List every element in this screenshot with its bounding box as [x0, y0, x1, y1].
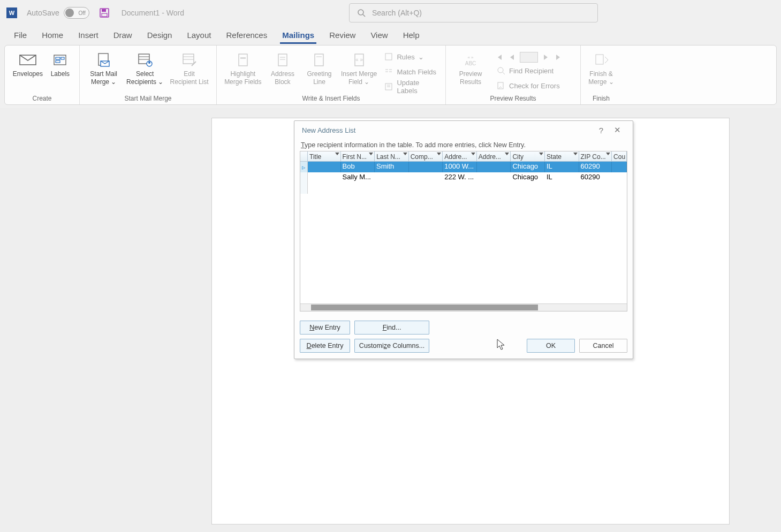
cell-cou[interactable] [612, 162, 627, 172]
dialog-close-button[interactable]: ✕ [609, 125, 625, 135]
column-dropdown-icon[interactable] [369, 153, 373, 155]
cell-state[interactable]: IL [545, 162, 579, 172]
column-header[interactable]: Comp... [409, 151, 443, 161]
tab-review[interactable]: Review [327, 27, 358, 44]
svg-point-16 [148, 62, 150, 64]
cell-last[interactable] [375, 172, 409, 183]
tab-file[interactable]: File [12, 27, 29, 44]
table-row[interactable]: ▹BobSmith1000 W...ChicagoIL60290 [300, 162, 627, 172]
mailmerge-icon [95, 51, 113, 69]
envelopes-button[interactable]: Envelopes [11, 49, 44, 93]
column-dropdown-icon[interactable] [471, 153, 475, 155]
new-entry-button[interactable]: New Entry [300, 321, 350, 335]
cell-company[interactable] [409, 172, 443, 183]
save-icon[interactable] [99, 7, 110, 18]
grid-horizontal-scrollbar[interactable] [300, 303, 627, 311]
dialog-help-button[interactable]: ? [593, 126, 609, 135]
start-mail-merge-button[interactable]: Start MailMerge ⌄ [86, 49, 121, 93]
tab-references[interactable]: References [224, 27, 269, 44]
greeting-line-button[interactable]: GreetingLine [302, 49, 336, 93]
cell-zip[interactable]: 60290 [579, 172, 612, 183]
column-header[interactable]: Addre... [477, 151, 511, 161]
insert-merge-field-button[interactable]: « » Insert MergeField ⌄ [339, 49, 379, 93]
cell-first[interactable]: Sally M... [341, 172, 375, 183]
tab-home[interactable]: Home [40, 27, 65, 44]
tab-insert[interactable]: Insert [76, 27, 101, 44]
column-header[interactable]: Cou [612, 151, 627, 161]
tab-help[interactable]: Help [401, 27, 422, 44]
column-dropdown-icon[interactable] [437, 153, 441, 155]
row-selector[interactable] [300, 172, 308, 183]
delete-entry-button[interactable]: Delete Entry [300, 339, 350, 353]
address-block-button[interactable]: AddressBlock [266, 49, 300, 93]
column-dropdown-icon[interactable] [573, 153, 578, 155]
table-row[interactable]: Sally M...222 W. ...ChicagoIL60290 [300, 172, 627, 183]
last-record-icon[interactable] [554, 52, 564, 62]
cell-city[interactable]: Chicago [511, 162, 545, 172]
record-number-field[interactable] [520, 52, 538, 63]
first-record-icon[interactable] [494, 52, 504, 62]
rules-button[interactable]: Rules ⌄ [382, 50, 439, 64]
column-header[interactable]: City [511, 151, 545, 161]
table-row-new[interactable] [300, 183, 627, 194]
recipient-grid[interactable]: TitleFirst N...Last N...Comp...Addre...A… [300, 151, 627, 311]
column-header[interactable]: Title [308, 151, 341, 161]
cell-state[interactable]: IL [545, 172, 579, 183]
title-bar: W AutoSave Off Document1 - Word Search (… [0, 0, 781, 26]
check-errors-button[interactable]: Check for Errors [494, 79, 564, 93]
cell-last[interactable]: Smith [375, 162, 409, 172]
svg-point-34 [498, 67, 503, 73]
cell-company[interactable] [409, 162, 443, 172]
cancel-button[interactable]: Cancel [579, 339, 627, 353]
row-selector[interactable] [300, 183, 308, 194]
highlight-merge-fields-button[interactable]: HighlightMerge Fields [223, 49, 263, 93]
tab-design[interactable]: Design [145, 27, 175, 44]
cell-addr1[interactable]: 222 W. ... [443, 172, 477, 183]
cell-city[interactable]: Chicago [511, 172, 545, 183]
autosave-toggle[interactable]: Off [64, 7, 89, 19]
dialog-titlebar[interactable]: New Address List ? ✕ [294, 121, 633, 139]
column-header[interactable]: Last N... [375, 151, 409, 161]
find-recipient-button[interactable]: Find Recipient [494, 64, 564, 78]
column-dropdown-icon[interactable] [505, 153, 509, 155]
finish-merge-button[interactable]: Finish &Merge ⌄ [587, 49, 615, 93]
cell-addr2[interactable] [477, 162, 511, 172]
cell-addr1[interactable]: 1000 W... [443, 162, 477, 172]
select-recipients-button[interactable]: SelectRecipients ⌄ [124, 49, 165, 93]
labels-button[interactable]: Labels [48, 49, 73, 93]
ok-button[interactable]: OK [527, 339, 575, 353]
svg-rect-7 [56, 57, 60, 59]
match-fields-button[interactable]: Match Fields [382, 65, 439, 79]
grid-header-row: TitleFirst N...Last N...Comp...Addre...A… [300, 151, 627, 162]
column-header[interactable]: First N... [341, 151, 375, 161]
column-dropdown-icon[interactable] [539, 153, 543, 155]
tab-layout[interactable]: Layout [185, 27, 213, 44]
update-labels-button[interactable]: Update Labels [382, 80, 439, 94]
column-dropdown-icon[interactable] [335, 153, 339, 155]
edit-recipient-list-button[interactable]: EditRecipient List [169, 49, 210, 93]
cell-zip[interactable]: 60290 [579, 162, 612, 172]
column-dropdown-icon[interactable] [606, 153, 610, 155]
tab-mailings[interactable]: Mailings [280, 27, 316, 44]
column-dropdown-icon[interactable] [403, 153, 407, 155]
ribbon: Envelopes Labels Create Start MailMerge … [4, 45, 777, 105]
find-button[interactable]: Find... [354, 321, 429, 335]
column-header[interactable]: Addre... [443, 151, 477, 161]
svg-rect-36 [498, 82, 503, 89]
preview-results-button[interactable]: « »ABC PreviewResults [452, 49, 489, 93]
tab-draw[interactable]: Draw [111, 27, 134, 44]
prev-record-icon[interactable] [507, 52, 517, 62]
scrollbar-thumb[interactable] [311, 305, 538, 310]
cell-first[interactable]: Bob [341, 162, 375, 172]
column-header[interactable]: State [545, 151, 579, 161]
tab-view[interactable]: View [368, 27, 390, 44]
cell-cou[interactable] [612, 172, 627, 183]
column-header[interactable]: ZIP Co... [579, 151, 612, 161]
next-record-icon[interactable] [541, 52, 551, 62]
search-box[interactable]: Search (Alt+Q) [349, 3, 598, 22]
cell-title[interactable] [308, 172, 341, 183]
row-selector[interactable]: ▹ [300, 162, 308, 172]
cell-title[interactable] [308, 162, 341, 172]
customize-columns-button[interactable]: Customize Columns... [354, 339, 429, 353]
cell-addr2[interactable] [477, 172, 511, 183]
